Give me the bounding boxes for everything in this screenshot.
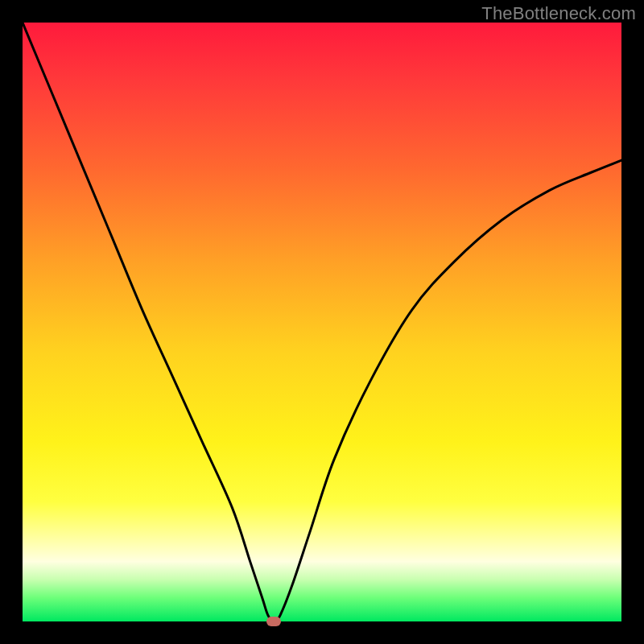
plot-area [23, 23, 621, 621]
optimal-point-marker [266, 617, 281, 626]
watermark-text: TheBottleneck.com [481, 3, 636, 24]
bottleneck-curve [23, 23, 621, 621]
chart-frame: TheBottleneck.com [0, 0, 644, 644]
